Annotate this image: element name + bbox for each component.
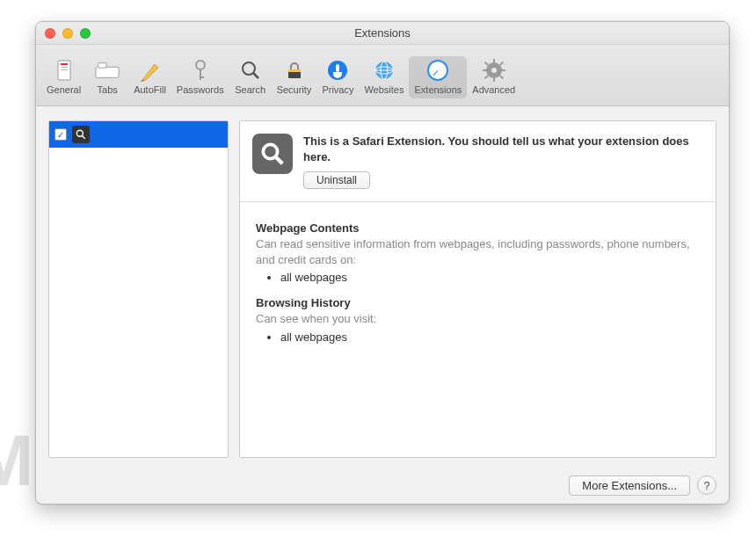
- tab-privacy[interactable]: Privacy: [316, 56, 359, 98]
- preferences-window: Extensions General Tabs AutoFill Passwor…: [35, 21, 730, 504]
- svg-rect-1: [61, 63, 68, 65]
- svg-line-34: [82, 135, 85, 139]
- permissions-body: Webpage Contents Can read sensitive info…: [240, 202, 716, 370]
- content-area: ✓ This is a Safari Extension. You should…: [36, 106, 729, 467]
- preferences-toolbar: General Tabs AutoFill Passwords Search: [36, 45, 729, 106]
- tab-advanced[interactable]: Advanced: [467, 56, 520, 98]
- svg-line-36: [276, 157, 283, 164]
- svg-rect-25: [493, 59, 495, 63]
- section-heading: Webpage Contents: [256, 221, 700, 235]
- key-icon: [188, 58, 213, 83]
- svg-rect-12: [288, 69, 301, 72]
- extension-row[interactable]: ✓: [49, 121, 228, 148]
- svg-point-35: [263, 144, 277, 158]
- svg-point-24: [491, 68, 497, 73]
- extensions-list: ✓: [48, 120, 229, 458]
- gear-icon: [482, 58, 506, 83]
- svg-line-10: [253, 73, 258, 78]
- magnifier-icon: [72, 126, 90, 143]
- svg-rect-2: [61, 67, 68, 68]
- tab-websites[interactable]: Websites: [359, 56, 409, 98]
- svg-point-6: [196, 61, 205, 69]
- tab-security[interactable]: Security: [272, 56, 317, 98]
- window-title: Extensions: [36, 26, 729, 40]
- extension-description: This is a Safari Extension. You should t…: [303, 134, 701, 164]
- tab-label: AutoFill: [134, 84, 166, 95]
- detail-header: This is a Safari Extension. You should t…: [240, 121, 716, 202]
- svg-rect-5: [98, 62, 106, 68]
- svg-rect-14: [336, 64, 339, 72]
- search-icon: [238, 58, 263, 83]
- tab-search[interactable]: Search: [229, 56, 272, 98]
- svg-rect-27: [483, 69, 487, 71]
- svg-rect-32: [499, 75, 504, 79]
- help-button[interactable]: ?: [697, 475, 716, 495]
- tab-label: Websites: [364, 84, 403, 95]
- svg-rect-29: [484, 61, 489, 65]
- section-desc: Can see when you visit:: [256, 311, 700, 327]
- extension-detail: This is a Safari Extension. You should t…: [239, 120, 716, 458]
- svg-rect-31: [484, 75, 489, 79]
- svg-rect-3: [61, 69, 68, 70]
- magnifier-icon: [252, 134, 293, 174]
- section-heading: Browsing History: [256, 296, 700, 309]
- tab-label: Passwords: [177, 84, 224, 95]
- tab-label: Security: [277, 84, 312, 95]
- svg-rect-8: [200, 76, 204, 78]
- tabs-icon: [95, 58, 120, 83]
- tab-label: Advanced: [472, 84, 515, 95]
- tab-label: Privacy: [322, 84, 353, 95]
- tab-label: Search: [235, 84, 265, 95]
- lock-icon: [282, 58, 307, 83]
- svg-rect-4: [96, 67, 119, 77]
- tab-tabs[interactable]: Tabs: [86, 56, 128, 98]
- footer: More Extensions... ?: [36, 467, 729, 504]
- tab-passwords[interactable]: Passwords: [171, 56, 229, 98]
- tab-autofill[interactable]: AutoFill: [128, 56, 171, 98]
- globe-icon: [372, 58, 396, 83]
- tab-label: Tabs: [98, 84, 118, 95]
- svg-rect-7: [200, 69, 201, 80]
- bullet-item: all webpages: [280, 271, 700, 284]
- general-icon: [52, 58, 76, 83]
- privacy-icon: [325, 58, 350, 83]
- extension-enable-checkbox[interactable]: ✓: [55, 128, 67, 141]
- compass-icon: [425, 58, 450, 83]
- svg-rect-26: [493, 77, 495, 82]
- svg-point-9: [243, 62, 255, 75]
- tab-label: Extensions: [414, 84, 462, 95]
- more-extensions-button[interactable]: More Extensions...: [569, 475, 690, 496]
- bullet-item: all webpages: [280, 330, 700, 344]
- tab-general[interactable]: General: [41, 56, 86, 98]
- tab-label: General: [47, 84, 81, 95]
- autofill-icon: [137, 58, 162, 83]
- svg-rect-28: [501, 69, 505, 71]
- tab-extensions[interactable]: Extensions: [409, 56, 467, 98]
- titlebar: Extensions: [36, 22, 729, 45]
- uninstall-button[interactable]: Uninstall: [303, 171, 370, 189]
- svg-rect-30: [499, 61, 504, 65]
- section-desc: Can read sensitive information from webp…: [256, 236, 700, 267]
